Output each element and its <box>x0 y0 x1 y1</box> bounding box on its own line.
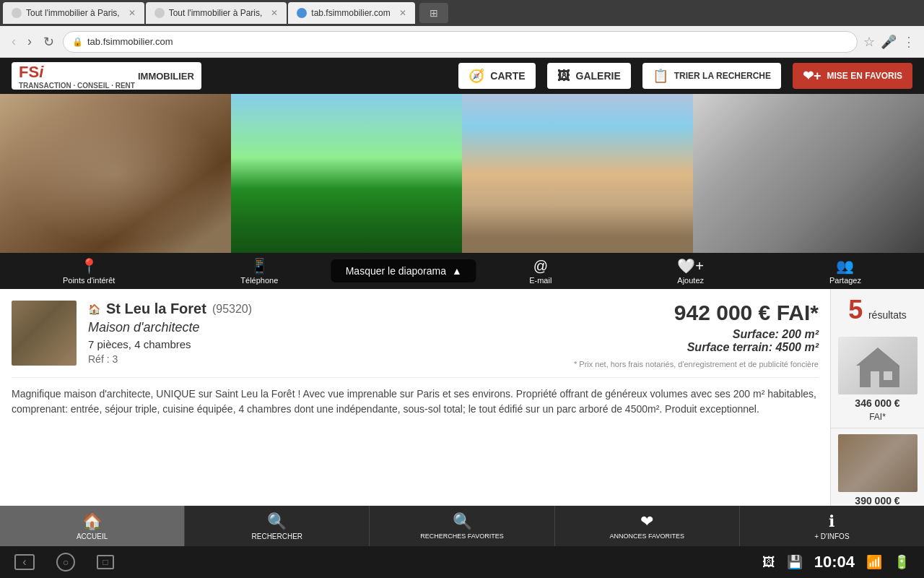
action-ajoutez-label: Ajoutez <box>677 276 704 285</box>
system-time: 10:04 <box>814 553 855 571</box>
slide-2 <box>231 94 462 253</box>
listing-city: St Leu la Foret <box>106 301 206 317</box>
main-content: 🏠 St Leu la Foret (95320) Maison d'archi… <box>0 289 924 506</box>
action-telephone-label: Téléphone <box>240 276 278 285</box>
url-text: tab.fsimmobilier.com <box>87 36 173 47</box>
heart-plus-icon: ❤+ <box>803 68 821 84</box>
phone-icon: 📱 <box>250 257 269 275</box>
action-partagez[interactable]: 👥 Partagez <box>829 257 861 285</box>
tab-1[interactable]: Tout l'immobilier à Paris, ✕ <box>3 2 144 24</box>
recherches-favorites-label: RECHERCHES FAVORITES <box>420 532 503 540</box>
listing-location: 🏠 St Leu la Foret (95320) <box>88 301 562 317</box>
address-bar: ‹ › ↻ 🔒 tab.fsimmobilier.com ☆ 🎤 ⋮ <box>0 26 924 58</box>
listing-price-section: 942 000 € FAI* Surface: 200 m² Surface t… <box>574 301 819 368</box>
voice-icon[interactable]: 🎤 <box>881 34 897 50</box>
gallery-icon: 🖼 <box>557 69 570 84</box>
svg-rect-8 <box>884 371 892 380</box>
action-email[interactable]: @ E-mail <box>529 258 552 285</box>
menu-icon[interactable]: ⋮ <box>902 34 915 50</box>
action-telephone[interactable]: 📱 Téléphone <box>240 257 278 285</box>
tab-1-favicon <box>12 8 22 18</box>
trier-label: TRIER LA RECHERCHE <box>674 71 771 81</box>
slide-4 <box>693 94 924 253</box>
result-card-1-fai: FAI* <box>869 412 886 422</box>
svg-rect-7 <box>871 371 879 387</box>
masquer-banner[interactable]: Masquer le diaporama ▲ <box>331 259 476 282</box>
results-label: résultats <box>868 309 907 321</box>
listing-terrain: Surface terrain: 4500 m² <box>574 341 819 354</box>
tab-bar: Tout l'immobilier à Paris, ✕ Tout l'immo… <box>0 0 924 26</box>
favoris-button[interactable]: ❤+ MISE EN FAVORIS <box>793 63 912 89</box>
listing-header: 🏠 St Leu la Foret (95320) Maison d'archi… <box>12 301 819 368</box>
screenshot-icon: 🖼 <box>762 555 775 570</box>
sidebar: 5 résultats 346 000 € FAI* <box>830 289 924 506</box>
thumb-image <box>12 301 77 366</box>
listing-info: 🏠 St Leu la Foret (95320) Maison d'archi… <box>88 301 562 368</box>
listing-price: 942 000 € FAI* <box>574 301 819 325</box>
action-ajoutez[interactable]: 🤍+ Ajoutez <box>677 257 704 285</box>
battery-icon: 🔋 <box>894 554 910 570</box>
system-home-button[interactable]: ○ <box>56 553 75 571</box>
rechercher-button[interactable]: 🔍 RECHERCHER <box>185 506 370 546</box>
plus-infos-button[interactable]: ℹ + D'INFOS <box>740 506 924 546</box>
bookmark-icon[interactable]: ☆ <box>863 34 875 50</box>
tab-2-favicon <box>154 8 165 18</box>
system-recent-button[interactable]: □ <box>97 555 114 569</box>
result-card-2-price: 390 000 € <box>855 495 899 506</box>
reload-button[interactable]: ↻ <box>40 31 57 53</box>
result-card-2-image <box>838 434 918 492</box>
app-header: FSi TRANSACTION · CONSEIL · RENT IMMOBIL… <box>0 58 924 94</box>
listing-rooms: 7 pièces, 4 chambres <box>88 338 562 350</box>
wifi-icon: 📶 <box>866 554 882 570</box>
tab-2-label: Tout l'immobilier à Paris, <box>169 8 263 18</box>
gallerie-button[interactable]: 🖼 GALERIE <box>547 63 631 89</box>
app-content: FSi TRANSACTION · CONSEIL · RENT IMMOBIL… <box>0 58 924 546</box>
masquer-text: Masquer le diaporama <box>346 265 446 277</box>
tab-1-close[interactable]: ✕ <box>128 8 136 18</box>
listing-surface: Surface: 200 m² <box>574 328 819 341</box>
url-input[interactable]: 🔒 tab.fsimmobilier.com <box>63 31 858 53</box>
svg-marker-5 <box>856 348 899 366</box>
forward-button[interactable]: › <box>25 31 35 52</box>
lock-icon: 🔒 <box>72 37 83 47</box>
back-button[interactable]: ‹ <box>9 31 19 52</box>
listing-location-icon: 🏠 <box>88 303 100 315</box>
annonces-favorites-label: ANNONCES FAVORITES <box>610 532 684 540</box>
tab-3[interactable]: tab.fsimmobilier.com ✕ <box>288 2 414 24</box>
accueil-button[interactable]: 🏠 ACCUEIL <box>0 506 185 546</box>
slide-1 <box>0 94 231 253</box>
action-points[interactable]: 📍 Points d'intérêt <box>63 257 115 285</box>
result-card-2[interactable]: 390 000 € FAI* <box>831 428 924 506</box>
action-bar: 📍 Points d'intérêt 📱 Téléphone Masquer l… <box>0 253 924 289</box>
accueil-label: ACCUEIL <box>77 532 108 540</box>
tab-3-favicon <box>297 8 307 18</box>
svg-rect-6 <box>860 366 899 387</box>
carte-button[interactable]: 🧭 CARTE <box>458 63 535 89</box>
logo: FSi TRANSACTION · CONSEIL · RENT IMMOBIL… <box>12 62 201 90</box>
result-card-1-price: 346 000 € <box>855 397 899 409</box>
new-tab-button[interactable]: ⊞ <box>419 3 448 23</box>
tab-2-close[interactable]: ✕ <box>271 8 278 18</box>
slide-3 <box>462 94 693 253</box>
tab-2[interactable]: Tout l'immobilier à Paris, ✕ <box>146 2 287 24</box>
listing-code: (95320) <box>212 303 252 316</box>
system-back-button[interactable]: ‹ <box>14 554 35 570</box>
system-bar: ‹ ○ □ 🖼 💾 10:04 📶 🔋 <box>0 546 924 578</box>
logo-subtitle: TRANSACTION · CONSEIL · RENT <box>19 82 135 90</box>
action-partagez-label: Partagez <box>829 276 861 285</box>
listing-type: Maison d'architecte <box>88 320 562 335</box>
recherches-favorites-button[interactable]: 🔍 RECHERCHES FAVORITES <box>370 506 554 546</box>
result-card-1[interactable]: 346 000 € FAI* <box>831 331 924 428</box>
listing-ref: Réf : 3 <box>88 353 562 365</box>
trier-button[interactable]: 📋 TRIER LA RECHERCHE <box>642 63 781 89</box>
action-email-label: E-mail <box>529 276 552 285</box>
tab-3-close[interactable]: ✕ <box>399 8 406 18</box>
location-pin-icon: 📍 <box>80 257 98 275</box>
compass-icon: 🧭 <box>468 68 484 84</box>
rechercher-label: RECHERCHER <box>252 532 303 540</box>
search-icon: 🔍 <box>267 512 287 531</box>
result-card-1-image <box>838 337 918 394</box>
carte-label: CARTE <box>490 70 525 82</box>
tab-1-label: Tout l'immobilier à Paris, <box>26 8 120 18</box>
annonces-favorites-button[interactable]: ❤ ANNONCES FAVORITES <box>555 506 740 546</box>
